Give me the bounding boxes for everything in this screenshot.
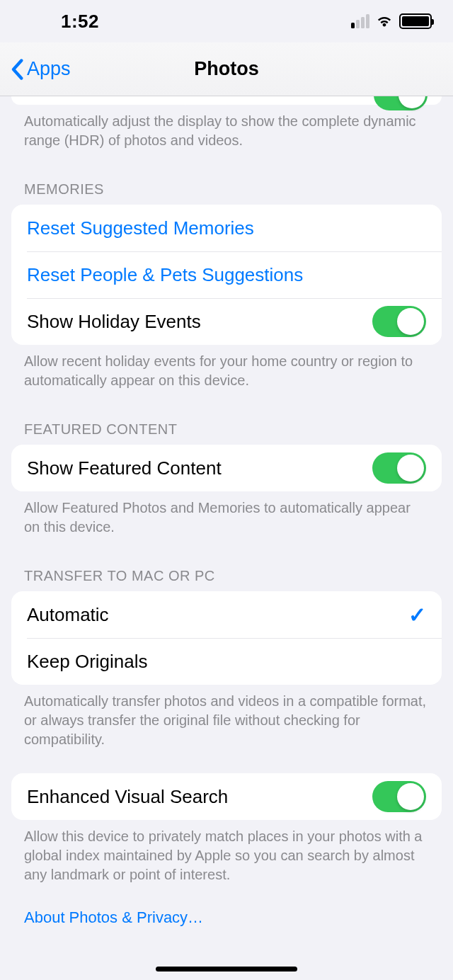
- nav-bar: Apps Photos: [0, 42, 453, 96]
- hdr-footer: Automatically adjust the display to show…: [11, 105, 442, 150]
- keep-originals-label: Keep Originals: [27, 651, 426, 673]
- transfer-automatic-row[interactable]: Automatic ✓: [11, 591, 442, 638]
- featured-footer: Allow Featured Photos and Memories to au…: [11, 491, 442, 537]
- reset-memories-label: Reset Suggested Memories: [27, 217, 426, 239]
- featured-content-toggle[interactable]: [372, 452, 426, 484]
- transfer-header: TRANSFER TO MAC OR PC: [11, 537, 442, 591]
- transfer-keep-originals-row[interactable]: Keep Originals: [11, 638, 442, 685]
- about-photos-privacy-link[interactable]: About Photos & Privacy…: [11, 884, 442, 927]
- automatic-label: Automatic: [27, 604, 408, 626]
- transfer-footer: Automatically transfer photos and videos…: [11, 685, 442, 749]
- evs-group: Enhanced Visual Search: [11, 773, 442, 820]
- featured-group: Show Featured Content: [11, 445, 442, 491]
- reset-people-label: Reset People & Pets Suggestions: [27, 264, 426, 286]
- back-button[interactable]: Apps: [10, 58, 71, 80]
- status-bar: 1:52: [0, 0, 453, 42]
- home-indicator[interactable]: [156, 967, 297, 972]
- evs-label: Enhanced Visual Search: [27, 786, 372, 808]
- transfer-group: Automatic ✓ Keep Originals: [11, 591, 442, 685]
- evs-footer: Allow this device to privately match pla…: [11, 820, 442, 884]
- reset-people-pets-button[interactable]: Reset People & Pets Suggestions: [11, 251, 442, 298]
- memories-group: Reset Suggested Memories Reset People & …: [11, 205, 442, 345]
- featured-label: Show Featured Content: [27, 457, 372, 479]
- status-time: 1:52: [61, 11, 99, 33]
- settings-content: Automatically adjust the display to show…: [0, 96, 453, 927]
- cellular-signal-icon: [351, 14, 369, 28]
- holiday-events-toggle[interactable]: [372, 306, 426, 337]
- hdr-group-partial: [11, 96, 442, 105]
- hdr-toggle[interactable]: [374, 96, 428, 110]
- show-holiday-events-row: Show Holiday Events: [11, 298, 442, 345]
- holiday-label: Show Holiday Events: [27, 311, 372, 333]
- battery-icon: [399, 13, 432, 29]
- status-indicators: [351, 13, 432, 29]
- back-label: Apps: [27, 58, 71, 80]
- memories-footer: Allow recent holiday events for your hom…: [11, 345, 442, 390]
- show-featured-content-row: Show Featured Content: [11, 445, 442, 491]
- evs-toggle[interactable]: [372, 781, 426, 812]
- wifi-icon: [375, 14, 394, 28]
- checkmark-icon: ✓: [408, 603, 426, 627]
- chevron-left-icon: [10, 59, 24, 80]
- memories-header: MEMORIES: [11, 150, 442, 205]
- reset-suggested-memories-button[interactable]: Reset Suggested Memories: [11, 205, 442, 251]
- enhanced-visual-search-row: Enhanced Visual Search: [11, 773, 442, 820]
- page-title: Photos: [194, 58, 259, 80]
- featured-header: FEATURED CONTENT: [11, 390, 442, 445]
